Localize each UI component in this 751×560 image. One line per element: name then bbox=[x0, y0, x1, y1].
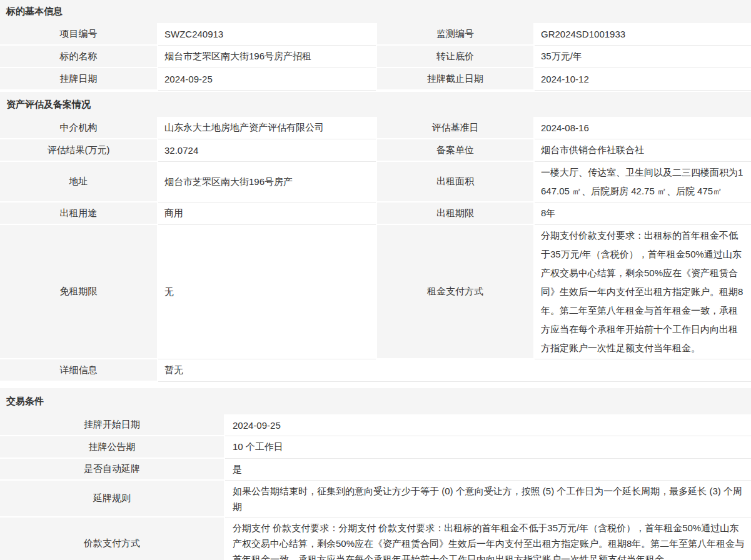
field-label: 挂牌开始日期 bbox=[0, 414, 225, 436]
field-label: 价款支付方式 bbox=[0, 518, 225, 560]
field-label: 挂牌公告期 bbox=[0, 436, 225, 459]
table-row: 延牌规则 如果公告期结束时，征集到的意向受让方少于等于 (0) 个意向受让方，按… bbox=[0, 481, 751, 518]
field-value: 分期支付 价款支付要求：分期支付 价款支付要求：出租标的首年租金不低于35万元/… bbox=[225, 518, 751, 560]
field-value: GR2024SD1001933 bbox=[535, 23, 751, 46]
field-label: 出租面积 bbox=[376, 162, 535, 202]
table-row: 详细信息 暂无 bbox=[0, 359, 751, 382]
field-value: 山东永大土地房地产资产评估有限公司 bbox=[158, 117, 376, 139]
table-row: 中介机构 山东永大土地房地产资产评估有限公司 评估基准日 2024-08-16 bbox=[0, 117, 751, 139]
field-value: 8年 bbox=[535, 202, 751, 225]
assessment-table: 中介机构 山东永大土地房地产资产评估有限公司 评估基准日 2024-08-16 … bbox=[0, 117, 751, 382]
table-row: 挂牌开始日期 2024-09-25 bbox=[0, 414, 751, 436]
field-value: 2024-10-12 bbox=[535, 68, 751, 91]
table-row: 出租用途 商用 出租期限 8年 bbox=[0, 202, 751, 225]
table-row: 标的名称 烟台市芝罘区南大街196号房产招租 转让底价 35万元/年 bbox=[0, 46, 751, 68]
field-label: 挂牌截止日期 bbox=[376, 68, 535, 91]
field-label: 租金支付方式 bbox=[376, 225, 535, 359]
field-value: 2024-08-16 bbox=[535, 117, 751, 139]
field-value: 2024-09-25 bbox=[158, 68, 376, 91]
basic-info-table: 项目编号 SWZC240913 监测编号 GR2024SD1001933 标的名… bbox=[0, 23, 751, 91]
field-label: 是否自动延牌 bbox=[0, 459, 225, 481]
field-value: 35万元/年 bbox=[535, 46, 751, 68]
table-row: 是否自动延牌 是 bbox=[0, 459, 751, 481]
field-value: 暂无 bbox=[158, 359, 751, 382]
field-label: 挂牌日期 bbox=[0, 68, 158, 91]
section-title-asset-assessment: 资产评估及备案情况 bbox=[0, 92, 751, 117]
field-label: 出租期限 bbox=[376, 202, 535, 225]
field-value: 分期支付价款支付要求：出租标的首年租金不低于35万元/年（含税价），首年租金50… bbox=[535, 225, 751, 359]
field-label: 地址 bbox=[0, 162, 158, 202]
field-label: 评估基准日 bbox=[376, 117, 535, 139]
field-label: 监测编号 bbox=[376, 23, 535, 46]
field-value: 无 bbox=[158, 225, 376, 359]
field-value: 32.0724 bbox=[158, 139, 376, 162]
field-label: 免租期限 bbox=[0, 225, 158, 359]
section-title-basic-info: 标的基本信息 bbox=[0, 0, 751, 23]
field-value: 烟台市供销合作社联合社 bbox=[535, 139, 751, 162]
field-label: 备案单位 bbox=[376, 139, 535, 162]
table-row: 价款支付方式 分期支付 价款支付要求：分期支付 价款支付要求：出租标的首年租金不… bbox=[0, 518, 751, 560]
table-row: 评估结果(万元) 32.0724 备案单位 烟台市供销合作社联合社 bbox=[0, 139, 751, 162]
field-label: 项目编号 bbox=[0, 23, 158, 46]
field-label: 标的名称 bbox=[0, 46, 158, 68]
field-value: 商用 bbox=[158, 202, 376, 225]
field-label: 出租用途 bbox=[0, 202, 158, 225]
field-label: 延牌规则 bbox=[0, 481, 225, 518]
field-label: 转让底价 bbox=[376, 46, 535, 68]
field-label: 详细信息 bbox=[0, 359, 158, 382]
section-title-transaction-conditions: 交易条件 bbox=[0, 388, 751, 414]
table-row: 免租期限 无 租金支付方式 分期支付价款支付要求：出租标的首年租金不低于35万元… bbox=[0, 225, 751, 359]
table-row: 挂牌公告期 10 个工作日 bbox=[0, 436, 751, 459]
field-value: 10 个工作日 bbox=[225, 436, 751, 459]
field-value: 一楼大厅、传达室、卫生间以及二三四楼面积为1647.05 ㎡、后院厨房 42.7… bbox=[535, 162, 751, 202]
field-value: 如果公告期结束时，征集到的意向受让方少于等于 (0) 个意向受让方，按照 (5)… bbox=[225, 481, 751, 518]
table-row: 项目编号 SWZC240913 监测编号 GR2024SD1001933 bbox=[0, 23, 751, 46]
field-label: 评估结果(万元) bbox=[0, 139, 158, 162]
conditions-table: 挂牌开始日期 2024-09-25 挂牌公告期 10 个工作日 是否自动延牌 是… bbox=[0, 414, 751, 560]
field-value: 2024-09-25 bbox=[225, 414, 751, 436]
field-value: 烟台市芝罘区南大街196号房产 bbox=[158, 162, 376, 202]
table-row: 挂牌日期 2024-09-25 挂牌截止日期 2024-10-12 bbox=[0, 68, 751, 91]
field-value: SWZC240913 bbox=[158, 23, 376, 46]
field-label: 中介机构 bbox=[0, 117, 158, 139]
table-row: 地址 烟台市芝罘区南大街196号房产 出租面积 一楼大厅、传达室、卫生间以及二三… bbox=[0, 162, 751, 202]
field-value: 是 bbox=[225, 459, 751, 481]
field-value: 烟台市芝罘区南大街196号房产招租 bbox=[158, 46, 376, 68]
